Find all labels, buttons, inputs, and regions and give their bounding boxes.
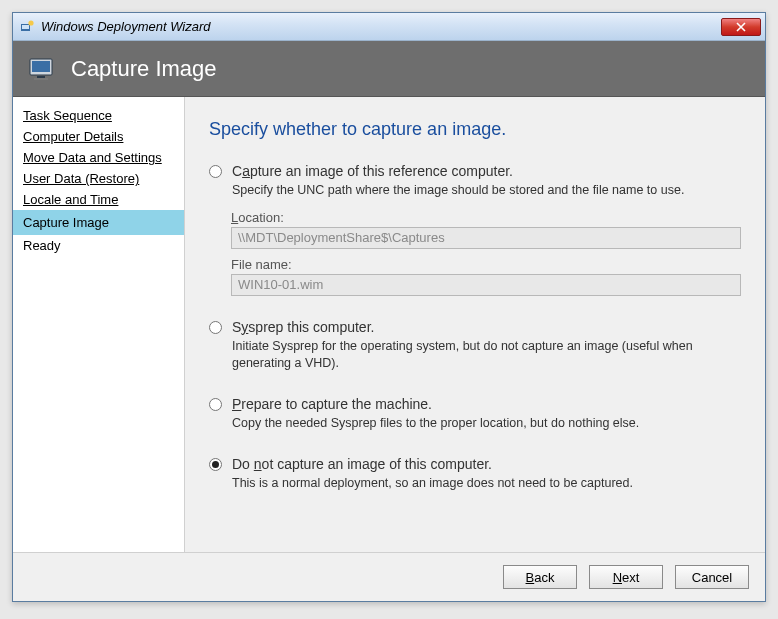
sidebar-item-ready[interactable]: Ready: [13, 235, 184, 256]
radio-donot[interactable]: [209, 458, 222, 471]
filename-label: File name:: [231, 257, 741, 272]
next-button[interactable]: Next: [589, 565, 663, 589]
filename-input[interactable]: [231, 274, 741, 296]
window-title: Windows Deployment Wizard: [41, 19, 721, 34]
option-sysprep-label: Sysprep this computer.: [232, 318, 741, 336]
main-panel: Specify whether to capture an image. Cap…: [185, 97, 765, 552]
svg-point-2: [28, 20, 33, 25]
wizard-window: Windows Deployment Wizard Capture Image …: [12, 12, 766, 602]
radio-prepare[interactable]: [209, 398, 222, 411]
location-input[interactable]: [231, 227, 741, 249]
header-band: Capture Image: [13, 41, 765, 97]
sidebar-item-move-data[interactable]: Move Data and Settings: [13, 147, 184, 168]
option-capture-label: Capture an image of this reference compu…: [232, 162, 741, 180]
option-donot: Do not capture an image of this computer…: [209, 455, 741, 493]
svg-rect-5: [37, 76, 45, 78]
app-icon: [19, 19, 35, 35]
option-prepare: Prepare to capture the machine. Copy the…: [209, 395, 741, 433]
sidebar: Task Sequence Computer Details Move Data…: [13, 97, 185, 552]
option-capture-desc: Specify the UNC path where the image sho…: [232, 182, 741, 200]
location-label: Location:: [231, 210, 741, 225]
sidebar-item-locale-time[interactable]: Locale and Time: [13, 189, 184, 210]
wizard-body: Task Sequence Computer Details Move Data…: [13, 97, 765, 552]
main-heading: Specify whether to capture an image.: [209, 119, 741, 140]
radio-capture[interactable]: [209, 165, 222, 178]
option-donot-label: Do not capture an image of this computer…: [232, 455, 741, 473]
option-donot-desc: This is a normal deployment, so an image…: [232, 475, 741, 493]
option-sysprep: Sysprep this computer. Initiate Sysprep …: [209, 318, 741, 373]
svg-rect-4: [32, 61, 50, 72]
sidebar-item-task-sequence[interactable]: Task Sequence: [13, 105, 184, 126]
titlebar: Windows Deployment Wizard: [13, 13, 765, 41]
sidebar-item-computer-details[interactable]: Computer Details: [13, 126, 184, 147]
cancel-button[interactable]: Cancel: [675, 565, 749, 589]
page-title: Capture Image: [71, 56, 217, 82]
option-prepare-desc: Copy the needed Sysprep files to the pro…: [232, 415, 741, 433]
back-button[interactable]: Back: [503, 565, 577, 589]
monitor-icon: [27, 53, 59, 85]
option-capture: Capture an image of this reference compu…: [209, 162, 741, 296]
location-field-group: Location: File name:: [231, 210, 741, 296]
svg-rect-1: [22, 25, 29, 29]
sidebar-item-capture-image[interactable]: Capture Image: [13, 210, 184, 235]
svg-rect-6: [34, 78, 48, 80]
radio-sysprep[interactable]: [209, 321, 222, 334]
close-icon: [736, 22, 746, 32]
close-button[interactable]: [721, 18, 761, 36]
option-sysprep-desc: Initiate Sysprep for the operating syste…: [232, 338, 741, 373]
option-prepare-label: Prepare to capture the machine.: [232, 395, 741, 413]
footer: Back Next Cancel: [13, 552, 765, 601]
sidebar-item-user-data[interactable]: User Data (Restore): [13, 168, 184, 189]
